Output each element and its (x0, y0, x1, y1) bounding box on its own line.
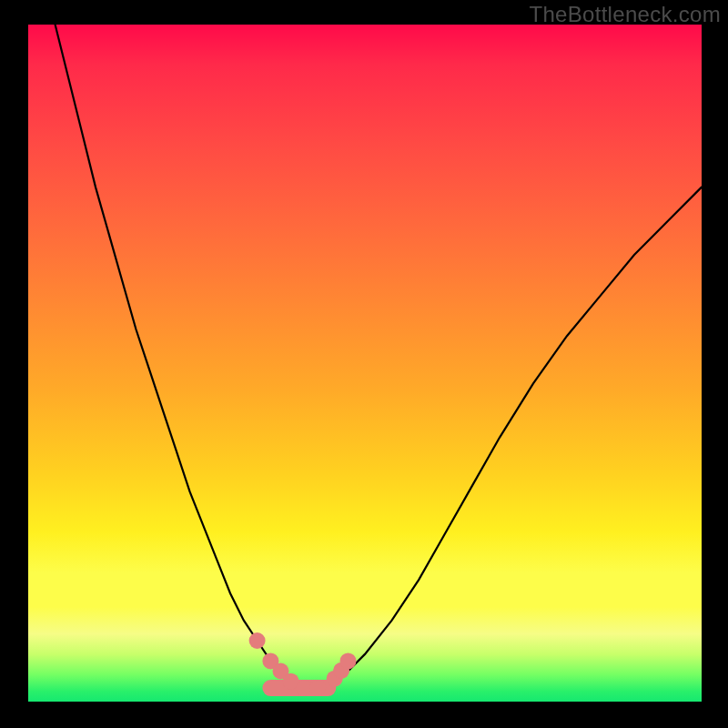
plot-area (28, 25, 702, 702)
watermark-text: TheBottleneck.com (529, 2, 721, 27)
chart-frame: TheBottleneck.com (0, 0, 728, 728)
